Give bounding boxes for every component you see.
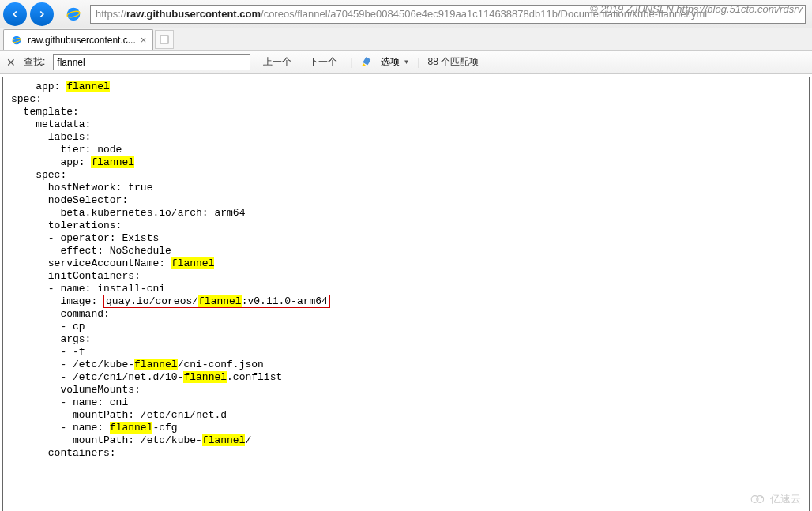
- options-label: 选项: [381, 55, 400, 69]
- find-options-button[interactable]: 选项 ▼: [381, 55, 409, 69]
- chevron-down-icon: ▼: [403, 58, 409, 66]
- ie-page-icon: [10, 34, 23, 47]
- find-match-count: 88 个匹配项: [428, 55, 479, 69]
- svg-point-2: [13, 36, 21, 44]
- find-input[interactable]: [53, 54, 250, 70]
- watermark-top: © 2019 ZJUNSEN https://blog.51cto.com/rd…: [590, 3, 803, 15]
- find-close-icon[interactable]: ✕: [6, 56, 16, 69]
- highlighter-icon: [360, 56, 373, 69]
- browser-tab[interactable]: raw.githubusercontent.c... ×: [3, 29, 153, 50]
- new-tab-button[interactable]: [155, 30, 174, 49]
- watermark-bottom: 亿速云: [750, 492, 801, 506]
- separator: |: [417, 57, 419, 68]
- svg-rect-4: [160, 36, 168, 43]
- ie-logo-icon: [65, 6, 82, 23]
- find-highlight-button[interactable]: [360, 56, 373, 69]
- url-protocol: https://: [96, 8, 126, 20]
- forward-button[interactable]: [30, 2, 54, 26]
- page-content[interactable]: app: flannel spec: template: metadata: l…: [2, 77, 810, 511]
- find-label: 查找:: [24, 55, 45, 69]
- find-prev-button[interactable]: 上一个: [258, 54, 296, 70]
- find-bar: ✕ 查找: 上一个 下一个 | 选项 ▼ | 88 个匹配项: [0, 51, 812, 74]
- svg-point-0: [67, 7, 81, 21]
- tab-bar: raw.githubusercontent.c... ×: [0, 28, 812, 51]
- tab-close-icon[interactable]: ×: [141, 34, 147, 46]
- svg-rect-5: [363, 57, 371, 65]
- separator: |: [350, 57, 352, 68]
- tab-title: raw.githubusercontent.c...: [28, 35, 136, 46]
- url-host: raw.githubusercontent.com: [126, 8, 261, 20]
- back-button[interactable]: [3, 2, 27, 26]
- find-next-button[interactable]: 下一个: [304, 54, 342, 70]
- svg-point-8: [761, 496, 764, 498]
